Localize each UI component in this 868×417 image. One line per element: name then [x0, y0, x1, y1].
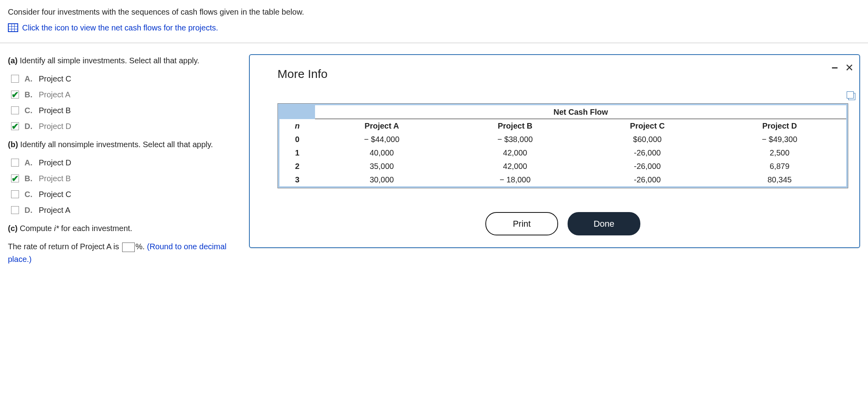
table-cell: 2 [279, 159, 315, 173]
option-label: Project B [39, 172, 71, 185]
table-cell: 6,879 [713, 159, 846, 173]
col-header: n [279, 119, 315, 133]
table-cell: $60,000 [582, 133, 713, 146]
option-letter: A. [25, 72, 33, 85]
checkbox[interactable] [11, 75, 19, 83]
checkbox[interactable] [11, 122, 19, 130]
intro-text: Consider four investments with the seque… [8, 6, 860, 18]
option-label: Project D [39, 120, 71, 133]
table-cell: 80,345 [713, 173, 846, 186]
table-cell: 42,000 [449, 146, 582, 159]
option-letter: B. [25, 88, 33, 101]
col-header: Project A [315, 119, 448, 133]
table-cell: -26,000 [582, 146, 713, 159]
option-letter: C. [25, 188, 33, 201]
divider [0, 43, 868, 43]
part-b-option-b: B.Project B [11, 172, 241, 185]
table-row: 140,00042,000-26,0002,500 [279, 146, 846, 159]
part-c-label: (c) [8, 224, 17, 233]
table-cell: − 18,000 [449, 173, 582, 186]
part-b: (b) Identify all nonsimple investments. … [8, 138, 241, 151]
checkbox[interactable] [11, 106, 19, 114]
table-cell: − $38,000 [449, 133, 582, 146]
table-cell: 3 [279, 173, 315, 186]
table-row: 235,00042,000-26,0006,879 [279, 159, 846, 173]
part-c-answer-line: The rate of return of Project A is %. (R… [8, 240, 241, 265]
col-header: Project C [582, 119, 713, 133]
part-b-label: (b) [8, 140, 18, 149]
option-label: Project B [39, 104, 71, 117]
table-cell: -26,000 [582, 159, 713, 173]
part-c-prompt-post: for each investment. [59, 224, 132, 233]
part-b-option-c: C.Project C [11, 188, 241, 201]
done-button[interactable]: Done [568, 212, 640, 235]
table-cell: 2,500 [713, 146, 846, 159]
close-icon[interactable]: ✕ [845, 60, 854, 76]
part-a-prompt: Identify all simple investments. Select … [20, 56, 199, 65]
table-row: 330,000− 18,000-26,00080,345 [279, 173, 846, 186]
part-a-option-c: C.Project B [11, 104, 241, 117]
rate-input[interactable] [122, 243, 135, 252]
more-info-dialog: − ✕ More Info Net Cash Flow nProject APr… [249, 54, 860, 248]
part-a-option-a: A.Project C [11, 72, 241, 85]
part-a-option-b: B.Project A [11, 88, 241, 101]
table-cell: 40,000 [315, 146, 448, 159]
part-c-answer-post: %. [136, 242, 147, 251]
table-cell: 35,000 [315, 159, 448, 173]
option-label: Project C [39, 188, 71, 201]
col-header: Project B [449, 119, 582, 133]
table-super-header: Net Cash Flow [315, 105, 846, 119]
table-cell: − $44,000 [315, 133, 448, 146]
table-cell: − $49,300 [713, 133, 846, 146]
option-letter: D. [25, 204, 33, 216]
checkbox[interactable] [11, 206, 19, 214]
checkbox[interactable] [11, 174, 19, 182]
option-letter: A. [25, 156, 33, 169]
option-label: Project A [39, 204, 70, 216]
cash-flow-table-wrap: Net Cash Flow nProject AProject BProject… [277, 103, 848, 188]
checkbox[interactable] [11, 159, 19, 167]
part-c: (c) Compute i* for each investment. [8, 222, 241, 235]
part-b-option-a: A.Project D [11, 156, 241, 169]
option-label: Project D [39, 156, 71, 169]
view-cashflows-link[interactable]: Click the icon to view the net cash flow… [8, 21, 860, 34]
table-cell: 0 [279, 133, 315, 146]
checkbox[interactable] [11, 91, 19, 99]
print-button[interactable]: Print [485, 212, 558, 235]
table-cell: -26,000 [582, 173, 713, 186]
table-cell: 1 [279, 146, 315, 159]
table-icon [8, 23, 18, 32]
option-letter: B. [25, 172, 33, 185]
cash-flow-table: Net Cash Flow nProject AProject BProject… [279, 105, 846, 186]
part-c-istar: i* [54, 224, 59, 233]
option-label: Project C [39, 72, 71, 85]
option-letter: C. [25, 104, 33, 117]
part-a-label: (a) [8, 56, 17, 65]
table-cell: 42,000 [449, 159, 582, 173]
option-letter: D. [25, 120, 33, 133]
part-b-prompt: Identify all nonsimple investments. Sele… [20, 140, 213, 149]
copy-icon[interactable] [848, 93, 855, 100]
part-c-answer-pre: The rate of return of Project A is [8, 242, 121, 251]
part-a-option-d: D.Project D [11, 120, 241, 133]
checkbox[interactable] [11, 190, 19, 198]
table-row: 0− $44,000− $38,000$60,000− $49,300 [279, 133, 846, 146]
part-c-prompt-pre: Compute [20, 224, 54, 233]
view-cashflows-label: Click the icon to view the net cash flow… [22, 21, 218, 34]
dialog-title: More Info [277, 64, 848, 83]
part-a: (a) Identify all simple investments. Sel… [8, 54, 241, 67]
table-cell: 30,000 [315, 173, 448, 186]
option-label: Project A [39, 88, 70, 101]
col-header: Project D [713, 119, 846, 133]
part-b-option-d: D.Project A [11, 204, 241, 216]
